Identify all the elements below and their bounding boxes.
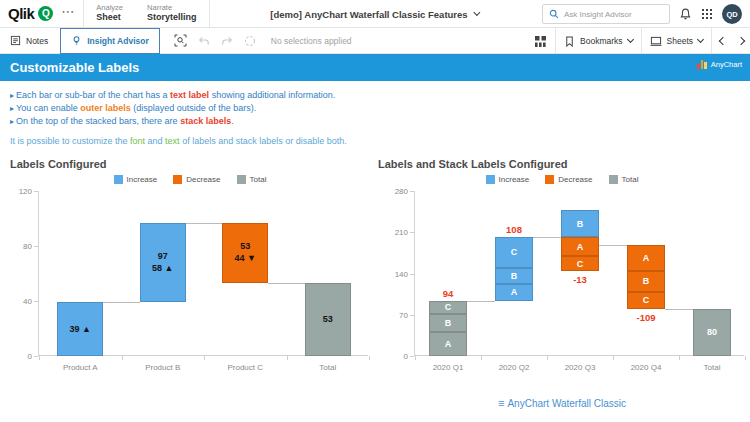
app-title: [demo] AnyChart Waterfall Classic Featur… <box>270 9 467 20</box>
app-title-dropdown[interactable]: [demo] AnyChart Waterfall Classic Featur… <box>270 0 479 28</box>
chart-legend: IncreaseDecreaseTotal <box>8 175 372 184</box>
nav-label: Sheet <box>96 13 123 23</box>
chart-labels-configured: Labels Configured IncreaseDecreaseTotal … <box>8 158 372 386</box>
segment-label: B <box>561 210 599 237</box>
stack-label: -109 <box>627 312 665 323</box>
footer-link-label: AnyChart Waterfall Classic <box>507 398 626 409</box>
bookmarks-dropdown[interactable]: Bookmarks <box>564 36 633 47</box>
segment-label: C <box>429 301 467 315</box>
y-axis-tick <box>34 246 38 247</box>
next-sheet-button[interactable] <box>737 37 745 45</box>
segment-label: A <box>429 332 467 356</box>
legend-swatch <box>486 175 495 184</box>
note-line: It is possible to customize the font and… <box>10 135 750 148</box>
anychart-badge-label: AnyChart <box>711 60 742 69</box>
notes-label: Notes <box>26 36 48 46</box>
y-axis-tick <box>34 301 38 302</box>
x-axis-category-label: 2020 Q1 <box>415 363 481 372</box>
legend-item-increase[interactable]: Increase <box>486 175 530 184</box>
waterfall-connector <box>186 223 223 224</box>
x-axis-tick <box>122 356 123 360</box>
bullet-line: ▸You can enable outer labels (displayed … <box>10 102 750 115</box>
user-avatar[interactable]: QD <box>722 4 742 24</box>
segment-label: A <box>627 245 665 272</box>
selections-group: No selections applied <box>174 34 352 47</box>
step-back-icon[interactable] <box>198 35 210 47</box>
legend-item-increase[interactable]: Increase <box>114 175 158 184</box>
bar-value-labels: 5344 ▼ <box>222 223 268 284</box>
x-axis-category-label: Total <box>679 363 745 372</box>
bullet-line: ▸Each bar or sub-bar of the chart has a … <box>10 89 750 102</box>
list-icon: ≡ <box>498 397 504 409</box>
sheets-dropdown[interactable]: Sheets <box>650 36 703 47</box>
y-axis-tick-label: 70 <box>384 311 408 320</box>
insight-advisor-button[interactable]: Insight Advisor <box>60 28 160 54</box>
legend-item-decrease[interactable]: Decrease <box>173 175 220 184</box>
legend-swatch <box>114 175 123 184</box>
sheet-title-bar: Customizable Labels AnyChart <box>0 54 750 81</box>
bar-value-labels: 9758 ▲ <box>140 223 186 303</box>
anychart-bars-icon <box>697 60 707 69</box>
anychart-extension-link[interactable]: ≡AnyChart Waterfall Classic <box>378 397 746 409</box>
legend-swatch <box>237 175 246 184</box>
x-axis-tick <box>547 356 548 360</box>
divider <box>209 0 210 27</box>
segment-label: B <box>495 268 533 285</box>
sheets-icon <box>650 36 662 47</box>
segment-label: C <box>495 237 533 268</box>
sheets-label: Sheets <box>667 36 693 46</box>
x-axis-category-label: 2020 Q2 <box>481 363 547 372</box>
insight-advisor-label: Insight Advisor <box>87 36 149 46</box>
qlik-logo[interactable]: Qlik Q <box>8 5 53 22</box>
notifications-bell-icon[interactable] <box>679 8 692 21</box>
legend-label: Increase <box>127 175 158 184</box>
waterfall-connector <box>533 237 561 238</box>
y-axis-tick-label: 0 <box>384 352 408 361</box>
y-axis-tick <box>34 356 38 357</box>
x-axis-tick <box>39 356 40 360</box>
insight-advisor-icon <box>71 35 82 46</box>
bookmarks-label: Bookmarks <box>580 36 623 46</box>
app-objects-icon[interactable] <box>534 35 547 48</box>
notes-icon <box>10 35 21 46</box>
segment-label: C <box>561 256 599 271</box>
segment-label: B <box>429 314 467 332</box>
legend-item-total[interactable]: Total <box>609 175 639 184</box>
chart-title: Labels and Stack Labels Configured <box>378 158 746 170</box>
notes-button[interactable]: Notes <box>0 28 58 54</box>
sheet-title: Customizable Labels <box>10 60 139 75</box>
insight-advisor-search[interactable]: Ask Insight Advisor <box>542 4 670 24</box>
waffle-menu-icon[interactable] <box>701 8 713 20</box>
y-axis-tick <box>410 356 414 357</box>
smart-search-icon[interactable] <box>174 34 187 47</box>
y-axis-tick-label: 120 <box>8 187 32 196</box>
plot-area: 2020 Q12020 Q22020 Q32020 Q4TotalABC94AB… <box>414 191 744 356</box>
previous-sheet-button[interactable] <box>719 37 727 45</box>
search-placeholder: Ask Insight Advisor <box>564 10 632 19</box>
top-right-actions: Ask Insight Advisor QD <box>542 0 742 28</box>
plot-area: Product AProduct BProduct CTotal39 ▲9758… <box>38 191 368 356</box>
y-axis-tick-label: 40 <box>8 297 32 306</box>
global-menu-icon[interactable]: ⋯ <box>61 4 75 19</box>
clear-selections-icon[interactable] <box>244 35 256 47</box>
nav-analyze-sheet[interactable]: Analyze Sheet <box>84 2 135 24</box>
anychart-badge: AnyChart <box>697 60 742 69</box>
legend-item-decrease[interactable]: Decrease <box>545 175 592 184</box>
legend-item-total[interactable]: Total <box>237 175 267 184</box>
qlik-logo-text: Qlik <box>8 5 34 22</box>
chart-title: Labels Configured <box>10 158 372 170</box>
chevron-down-icon <box>697 36 704 43</box>
bullet-marker: ▸ <box>10 117 14 126</box>
legend-label: Decrease <box>558 175 592 184</box>
x-axis-tick <box>287 356 288 360</box>
stack-label: 94 <box>429 288 467 299</box>
step-forward-icon[interactable] <box>221 35 233 47</box>
waterfall-connector <box>103 302 140 303</box>
nav-narrate-storytelling[interactable]: Narrate Storytelling <box>135 2 209 24</box>
x-axis-category-label: 2020 Q4 <box>613 363 679 372</box>
segment-label: 80 <box>693 309 731 356</box>
no-selections-text: No selections applied <box>271 36 352 46</box>
segment-label: B <box>627 271 665 292</box>
segment-label: A <box>495 284 533 301</box>
divider <box>641 28 642 55</box>
